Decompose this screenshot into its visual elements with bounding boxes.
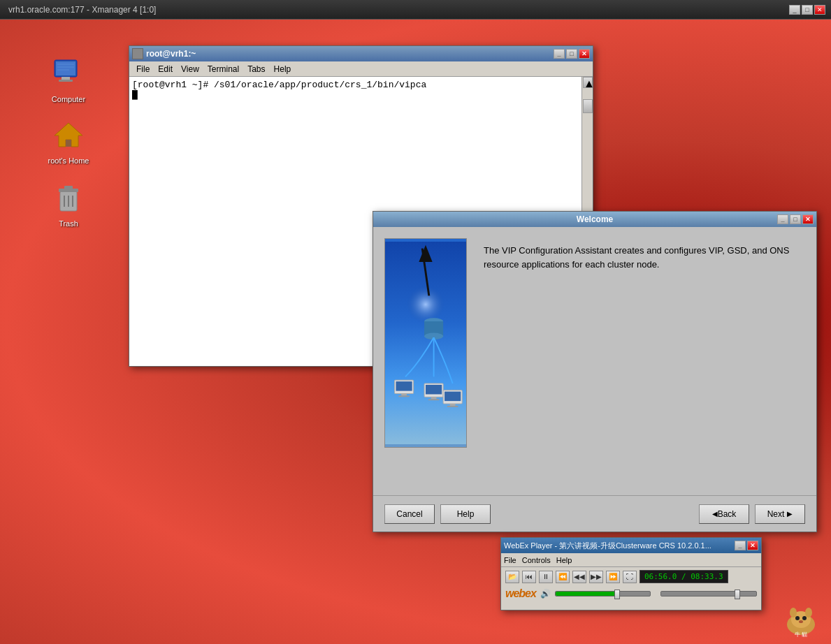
scrollbar-thumb[interactable]	[583, 99, 593, 113]
webex-titlebar: WebEx Player - 第六讲视频-升级Clusterware CRS 1…	[501, 538, 761, 553]
terminal-minimize[interactable]: _	[554, 49, 565, 59]
welcome-body: The VIP Configuration Assistant creates …	[373, 227, 816, 532]
back-button[interactable]: ◀ Back	[699, 504, 749, 524]
computer-label: Computer	[52, 95, 85, 103]
volume-icon: 🔊	[540, 589, 551, 599]
welcome-image	[384, 238, 467, 448]
webex-close[interactable]: ✕	[747, 541, 758, 550]
roots-home-label: root's Home	[48, 156, 89, 165]
terminal-menu-view[interactable]: View	[177, 61, 203, 76]
svg-rect-27	[398, 395, 409, 397]
terminal-close[interactable]: ✕	[579, 49, 590, 59]
welcome-minimize[interactable]: _	[777, 214, 788, 224]
webex-menubar: File Controls Help	[501, 553, 761, 567]
next-arrow-icon: ▶	[787, 510, 793, 518]
webex-time-current: 06:56.0	[644, 572, 677, 581]
svg-point-39	[805, 608, 812, 617]
maximize-button[interactable]: □	[802, 5, 813, 15]
trash-icon[interactable]: Trash	[41, 180, 96, 229]
svg-rect-29	[426, 385, 442, 395]
webex-menu-file[interactable]: File	[504, 556, 516, 564]
terminal-menu-terminal[interactable]: Terminal	[203, 61, 243, 76]
svg-rect-30	[431, 397, 437, 399]
seek-slider[interactable]	[660, 591, 757, 597]
seek-thumb[interactable]	[735, 590, 740, 599]
webex-minimize[interactable]: _	[735, 541, 746, 550]
webex-time-display: 06:56.0 / 08:33.3	[639, 570, 728, 583]
terminal-menu-file[interactable]: File	[132, 61, 154, 76]
webex-rewind-button[interactable]: ⏮	[522, 571, 536, 583]
back-label: Back	[718, 509, 737, 519]
welcome-description: The VIP Configuration Assistant creates …	[478, 238, 805, 484]
svg-rect-33	[445, 392, 461, 402]
next-label: Next	[767, 509, 785, 519]
trash-label: Trash	[59, 219, 78, 228]
computer-icon[interactable]: Computer	[41, 56, 96, 105]
seek-fill	[661, 592, 737, 596]
roots-home-icon[interactable]: root's Home	[41, 117, 96, 166]
webex-pause-button[interactable]: ⏸	[539, 571, 553, 583]
svg-rect-10	[66, 140, 71, 147]
svg-rect-25	[396, 381, 412, 391]
webex-prev-step[interactable]: ◀◀	[572, 571, 586, 583]
terminal-maximize[interactable]: □	[566, 49, 577, 59]
welcome-content: The VIP Configuration Assistant creates …	[373, 227, 816, 495]
webex-next-step[interactable]: ▶▶	[589, 571, 603, 583]
terminal-titlebar: root@vrh1:~ _ □ ✕	[129, 46, 593, 61]
svg-point-40	[795, 616, 800, 620]
help-button[interactable]: Help	[440, 504, 491, 524]
svg-point-42	[799, 620, 803, 623]
next-button[interactable]: Next ▶	[755, 504, 805, 524]
webex-next-frame[interactable]: ⏩	[606, 571, 620, 583]
svg-rect-13	[64, 186, 73, 189]
terminal-line-1: [root@vrh1 ~]# /s01/oracle/app/product/c…	[132, 80, 590, 90]
webex-prev-frame[interactable]: ⏪	[556, 571, 570, 583]
webex-time-separator: /	[681, 572, 691, 581]
webex-menu-controls[interactable]: Controls	[522, 556, 551, 564]
welcome-description-text: The VIP Configuration Assistant creates …	[484, 244, 800, 271]
svg-rect-3	[56, 61, 75, 75]
webex-transport-controls: 📂 ⏮ ⏸ ⏪ ◀◀ ▶▶ ⏩ ⛶ 06:56.0 / 08:33.3	[501, 567, 761, 586]
webex-time-total: 08:33.3	[691, 572, 723, 581]
scrollbar-up-arrow[interactable]: ▲	[583, 77, 593, 88]
svg-rect-31	[428, 399, 439, 400]
volume-fill	[556, 592, 617, 596]
minimize-button[interactable]: _	[789, 5, 800, 15]
welcome-maximize[interactable]: □	[790, 214, 801, 224]
welcome-dialog: Welcome _ □ ✕	[373, 211, 817, 532]
welcome-title: Welcome	[577, 214, 613, 224]
webex-title: WebEx Player - 第六讲视频-升级Clusterware CRS 1…	[504, 541, 711, 551]
terminal-cursor: █	[132, 90, 590, 101]
welcome-close[interactable]: ✕	[802, 214, 814, 224]
svg-rect-35	[447, 406, 458, 407]
terminal-menu-edit[interactable]: Edit	[154, 61, 177, 76]
svg-rect-5	[59, 80, 73, 82]
welcome-buttons: Cancel Help ◀ Back Next ▶	[373, 495, 816, 532]
welcome-window-controls: _ □ ✕	[777, 214, 814, 224]
svg-point-38	[790, 608, 797, 617]
webex-fullscreen[interactable]: ⛶	[623, 571, 637, 583]
webex-player-window: WebEx Player - 第六讲视频-升级Clusterware CRS 1…	[500, 537, 762, 610]
xmanager-title: vrh1.oracle.com:177 - Xmanager 4 [1:0]	[8, 5, 156, 15]
terminal-menu-tabs[interactable]: Tabs	[243, 61, 269, 76]
welcome-titlebar: Welcome _ □ ✕	[373, 212, 816, 227]
terminal-title: root@vrh1:~	[146, 49, 196, 59]
cancel-button[interactable]: Cancel	[384, 504, 435, 524]
webex-logo: webex	[505, 587, 536, 600]
terminal-icon	[132, 48, 143, 59]
xmanager-titlebar: vrh1.oracle.com:177 - Xmanager 4 [1:0] _…	[0, 0, 831, 20]
svg-text:牛 貓: 牛 貓	[795, 631, 807, 638]
back-arrow-icon: ◀	[712, 510, 718, 518]
webex-bottom-row: webex 🔊	[501, 586, 761, 601]
webex-menu-help[interactable]: Help	[556, 556, 572, 564]
webex-open-button[interactable]: 📂	[505, 571, 519, 583]
volume-thumb[interactable]	[614, 590, 620, 599]
webex-body: File Controls Help 📂 ⏮ ⏸ ⏪ ◀◀ ▶▶ ⏩ ⛶ 06:…	[501, 553, 761, 610]
terminal-menu-help[interactable]: Help	[270, 61, 296, 76]
terminal-menubar: File Edit View Terminal Tabs Help	[129, 61, 593, 77]
svg-rect-26	[401, 394, 407, 396]
svg-point-41	[802, 616, 807, 620]
taskbar-animal-icon: 牛 貓	[776, 600, 825, 638]
volume-slider[interactable]	[555, 591, 651, 597]
close-button[interactable]: ✕	[814, 5, 825, 15]
